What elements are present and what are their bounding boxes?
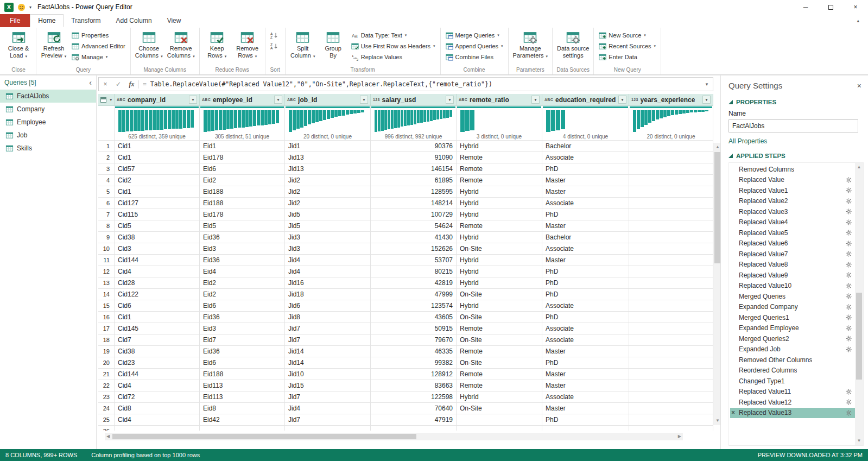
step-settings-gear-icon[interactable] xyxy=(846,241,852,247)
column-header-years_experience[interactable]: 123years_experience▾ xyxy=(629,94,713,106)
cell-employee_id[interactable]: Eid178 xyxy=(200,209,285,220)
remove-columns-button[interactable]: RemoveColumns ▾ xyxy=(166,29,197,59)
column-filter-button[interactable]: ▾ xyxy=(274,96,282,104)
cell-remote_ratio[interactable]: Hybrid xyxy=(457,186,542,198)
row-number[interactable]: 26 xyxy=(98,426,115,431)
row-number[interactable]: 23 xyxy=(98,391,115,403)
cell-salary_usd[interactable]: 123574 xyxy=(371,300,457,312)
row-number[interactable]: 14 xyxy=(98,289,115,300)
cell-remote_ratio[interactable]: On-Site xyxy=(457,334,542,346)
applied-step-expanded-job[interactable]: Expanded Job xyxy=(730,344,855,355)
cell-years_experience[interactable] xyxy=(629,323,713,334)
cell-salary_usd[interactable]: 42819 xyxy=(371,277,457,289)
cell-education_required[interactable]: Bachelor xyxy=(542,141,629,152)
cell-years_experience[interactable] xyxy=(629,334,713,346)
steps-scroll-thumb[interactable] xyxy=(856,293,862,380)
cell-employee_id[interactable]: Eid36 xyxy=(200,312,285,323)
cell-salary_usd[interactable]: 47919 xyxy=(371,414,457,426)
step-settings-gear-icon[interactable] xyxy=(846,314,852,320)
step-settings-gear-icon[interactable] xyxy=(846,230,852,236)
grid-horizontal-scrollbar[interactable]: ◀ ▶ xyxy=(105,433,683,440)
formula-cancel-button[interactable]: × xyxy=(99,80,112,88)
cell-years_experience[interactable] xyxy=(629,266,713,277)
column-profile-employee_id[interactable]: 305 distinct, 51 unique xyxy=(200,106,285,141)
cell-company_id[interactable]: Cid2 xyxy=(115,175,200,186)
cell-remote_ratio[interactable]: Remote xyxy=(457,152,542,163)
ribbon-collapse-button[interactable]: ▴ xyxy=(857,18,859,23)
cell-employee_id[interactable]: Eid3 xyxy=(200,243,285,255)
cell-job_id[interactable]: Jid7 xyxy=(285,414,371,426)
cell-salary_usd[interactable]: 43605 xyxy=(371,312,457,323)
cell-education_required[interactable]: Associate xyxy=(542,198,629,209)
vertical-scroll-thumb[interactable] xyxy=(714,152,720,263)
row-number[interactable]: 9 xyxy=(98,232,115,243)
all-properties-link[interactable]: All Properties xyxy=(728,137,864,145)
cell-job_id[interactable]: Jid1 xyxy=(285,141,371,152)
cell-salary_usd[interactable]: 99382 xyxy=(371,357,457,369)
tab-transform[interactable]: Transform xyxy=(64,14,108,27)
use-first-row-as-headers-button[interactable]: Use First Row as Headers▾ xyxy=(349,41,438,51)
choose-columns-button[interactable]: ChooseColumns ▾ xyxy=(134,29,164,59)
cell-employee_id[interactable]: Eid2 xyxy=(200,175,285,186)
cell-remote_ratio[interactable]: Remote xyxy=(457,346,542,357)
cell-job_id[interactable]: Jid2 xyxy=(285,198,371,209)
cell-employee_id[interactable]: Eid1 xyxy=(200,141,285,152)
cell-education_required[interactable]: Master xyxy=(542,186,629,198)
horizontal-scroll-thumb[interactable] xyxy=(112,434,416,439)
cell-salary_usd[interactable]: 70640 xyxy=(371,403,457,414)
cell-company_id[interactable]: Cid1 xyxy=(115,186,200,198)
cell-salary_usd[interactable]: 83663 xyxy=(371,380,457,391)
step-settings-gear-icon[interactable] xyxy=(846,325,852,331)
row-number[interactable]: 24 xyxy=(98,403,115,414)
cell-remote_ratio[interactable]: Remote xyxy=(457,220,542,232)
row-number[interactable]: 2 xyxy=(98,152,115,163)
cell-remote_ratio[interactable]: On-Site xyxy=(457,289,542,300)
row-number[interactable]: 11 xyxy=(98,255,115,266)
cell-company_id[interactable]: Cid57 xyxy=(115,163,200,175)
column-header-education_required[interactable]: ABCeducation_required▾ xyxy=(542,94,629,106)
applied-step-replaced-value10[interactable]: Replaced Value10 xyxy=(730,281,855,292)
cell-years_experience[interactable] xyxy=(629,232,713,243)
tab-home[interactable]: Home xyxy=(30,14,64,27)
manage-button[interactable]: Manage▾ xyxy=(69,52,128,62)
cell-employee_id[interactable]: Eid178 xyxy=(200,152,285,163)
cell-salary_usd[interactable]: 79670 xyxy=(371,334,457,346)
step-settings-gear-icon[interactable] xyxy=(846,410,852,416)
recent-sources-button[interactable]: Recent Sources▾ xyxy=(597,41,658,51)
cell-remote_ratio[interactable]: Remote xyxy=(457,369,542,380)
column-header-remote_ratio[interactable]: ABCremote_ratio▾ xyxy=(457,94,542,106)
cell-education_required[interactable]: PhD xyxy=(542,357,629,369)
query-settings-close-button[interactable]: × xyxy=(857,81,861,90)
cell-remote_ratio[interactable]: Hybrid xyxy=(457,141,542,152)
applied-step-expanded-company[interactable]: Expanded Company xyxy=(730,302,855,313)
refresh-preview-button[interactable]: RefreshPreview ▾ xyxy=(39,29,68,59)
close-window-button[interactable]: × xyxy=(843,0,868,14)
status-profiling-info[interactable]: Column profiling based on top 1000 rows xyxy=(91,452,200,458)
row-number[interactable]: 15 xyxy=(98,300,115,312)
row-number[interactable]: 17 xyxy=(98,323,115,334)
row-number[interactable]: 3 xyxy=(98,163,115,175)
cell-salary_usd[interactable]: 53707 xyxy=(371,255,457,266)
applied-step-replaced-value4[interactable]: Replaced Value4 xyxy=(730,217,855,228)
query-name-input[interactable] xyxy=(728,119,858,132)
cell-education_required[interactable]: Master xyxy=(542,369,629,380)
append-queries-button[interactable]: Append Queries▾ xyxy=(443,41,505,51)
cell-job_id[interactable]: Jid7 xyxy=(285,323,371,334)
applied-step-replaced-value6[interactable]: Replaced Value6 xyxy=(730,238,855,249)
cell-job_id[interactable]: Jid16 xyxy=(285,277,371,289)
cell-education_required[interactable]: PhD xyxy=(542,312,629,323)
cell-education_required[interactable]: Master xyxy=(542,380,629,391)
applied-step-reordered-columns[interactable]: Reordered Columns xyxy=(730,365,855,376)
cell-remote_ratio[interactable]: Hybrid xyxy=(457,391,542,403)
cell-company_id[interactable]: Cid1 xyxy=(115,152,200,163)
cell-job_id[interactable]: Jid13 xyxy=(285,152,371,163)
row-number[interactable]: 12 xyxy=(98,266,115,277)
column-header-job_id[interactable]: ABCjob_id▾ xyxy=(285,94,371,106)
sidebar-query-company[interactable]: Company xyxy=(0,103,96,116)
quick-access-caret-icon[interactable]: ▾ xyxy=(29,5,31,10)
column-filter-button[interactable]: ▾ xyxy=(189,96,197,104)
tab-file[interactable]: File xyxy=(0,14,30,27)
cell-employee_id[interactable]: Eid6 xyxy=(200,300,285,312)
remove-rows-button[interactable]: RemoveRows ▾ xyxy=(233,29,262,59)
cell-company_id[interactable]: Cid4 xyxy=(115,266,200,277)
